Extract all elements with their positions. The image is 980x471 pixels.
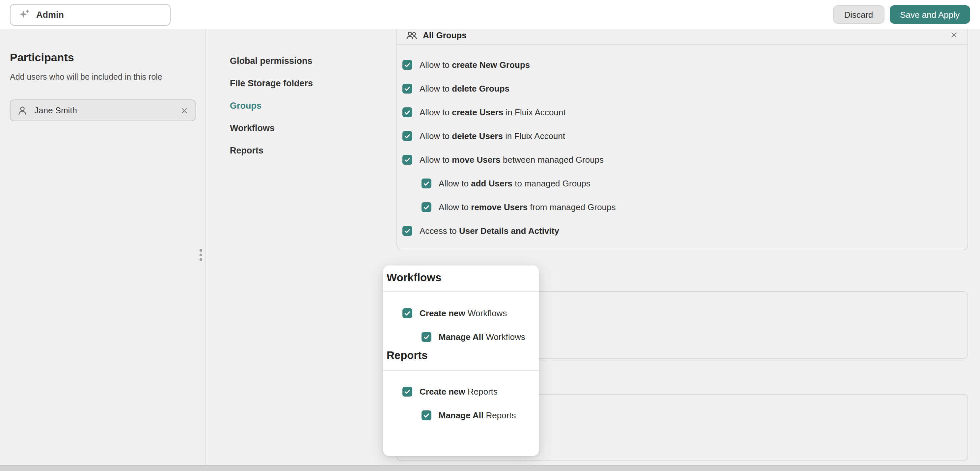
bottom-scrollbar[interactable] (0, 465, 980, 471)
permission-row[interactable]: Allow to create New Groups (397, 53, 967, 76)
remove-participant-icon[interactable] (180, 107, 188, 114)
role-selector[interactable]: Admin (10, 4, 170, 25)
checkbox-checked-icon[interactable] (422, 202, 431, 212)
permission-row[interactable]: Allow to move Users between managed Grou… (397, 148, 967, 171)
topbar-actions: Discard Save and Apply (833, 5, 970, 24)
permission-row[interactable]: Allow to remove Users from managed Group… (397, 195, 967, 219)
permission-row[interactable]: Allow to add Users to managed Groups (397, 171, 967, 195)
permission-label: Allow to create Users in Fluix Account (420, 107, 566, 117)
permission-row[interactable]: Create new Reports (383, 379, 539, 403)
permission-row[interactable]: Manage All Reports (383, 403, 539, 427)
all-groups-card: All Groups Allow to create New Groups Al… (396, 25, 968, 250)
permission-label: Allow to delete Groups (420, 83, 509, 93)
all-groups-title: All Groups (423, 30, 467, 40)
groups-icon (406, 29, 417, 40)
checkbox-checked-icon[interactable] (402, 308, 412, 318)
permission-label: Allow to remove Users from managed Group… (439, 202, 616, 212)
permission-label: Manage All Workflows (439, 332, 525, 342)
permission-label: Allow to delete Users in Fluix Account (420, 131, 565, 141)
checkbox-checked-icon[interactable] (422, 178, 431, 188)
panel-resize-handle[interactable] (197, 247, 205, 263)
permission-label: Create new Reports (420, 387, 498, 396)
checkbox-checked-icon[interactable] (402, 226, 412, 236)
permission-label: Allow to add Users to managed Groups (439, 178, 590, 188)
divider (383, 291, 539, 292)
participant-chip[interactable]: Jane Smith (10, 99, 196, 121)
permission-row[interactable]: Allow to create Users in Fluix Account (397, 100, 967, 124)
spotlight-workflows-title: Workflows (387, 271, 539, 284)
checkbox-checked-icon[interactable] (402, 131, 412, 141)
checkbox-checked-icon[interactable] (402, 83, 412, 93)
nav-item-workflows[interactable]: Workflows (230, 123, 313, 134)
permission-row[interactable]: Create new Workflows (383, 301, 539, 325)
role-name: Admin (36, 10, 64, 19)
save-and-apply-button[interactable]: Save and Apply (889, 5, 970, 24)
checkbox-checked-icon[interactable] (402, 154, 412, 164)
topbar: Admin Discard Save and Apply (0, 0, 980, 29)
checkbox-checked-icon[interactable] (402, 60, 412, 70)
participants-subtitle: Add users who will be included in this r… (10, 72, 196, 82)
app-window: Admin Discard Save and Apply Participant… (0, 0, 980, 471)
section-nav: Global permissions File Storage folders … (230, 55, 313, 157)
checkbox-checked-icon[interactable] (422, 332, 431, 342)
discard-button[interactable]: Discard (833, 5, 884, 24)
participant-name: Jane Smith (34, 105, 77, 115)
permission-label: Allow to create New Groups (420, 60, 530, 70)
permission-row[interactable]: Allow to delete Users in Fluix Account (397, 124, 967, 148)
role-sparkle-icon (18, 9, 30, 20)
nav-item-file-storage-folders[interactable]: File Storage folders (230, 78, 313, 89)
permission-row[interactable]: Manage All Workflows (383, 325, 539, 348)
spotlight-panel: Workflows Create new Workflows Manage Al… (383, 266, 539, 456)
permission-row[interactable]: Allow to delete Groups (397, 76, 967, 100)
user-icon (17, 105, 28, 116)
close-card-icon[interactable] (950, 31, 958, 39)
participants-title: Participants (10, 51, 196, 65)
checkbox-checked-icon[interactable] (422, 410, 431, 420)
permission-label: Manage All Reports (439, 410, 516, 420)
permission-label: Create new Workflows (420, 308, 507, 318)
nav-item-global-permissions[interactable]: Global permissions (230, 55, 313, 67)
permission-label: Allow to move Users between managed Grou… (420, 154, 604, 164)
checkbox-checked-icon[interactable] (402, 107, 412, 117)
permission-label: Access to User Details and Activity (420, 226, 559, 236)
checkbox-checked-icon[interactable] (402, 387, 412, 396)
permission-row[interactable]: Access to User Details and Activity (397, 219, 967, 242)
nav-item-groups[interactable]: Groups (230, 100, 313, 112)
participants-panel: Participants Add users who will be inclu… (0, 29, 206, 465)
nav-item-reports[interactable]: Reports (230, 145, 313, 157)
spotlight-reports-title: Reports (387, 348, 539, 362)
permissions-list: Allow to create New Groups Allow to dele… (397, 45, 967, 242)
divider (383, 370, 539, 371)
